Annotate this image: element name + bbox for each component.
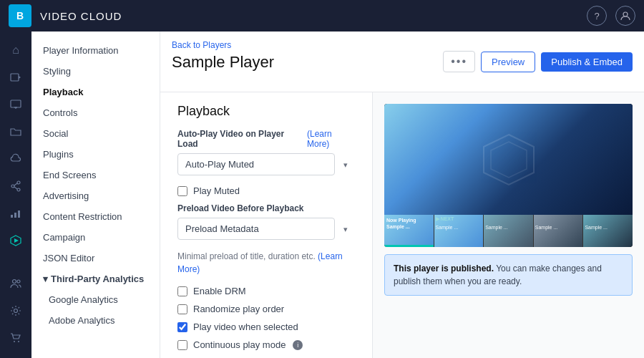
nav-player-information[interactable]: Player Information <box>31 40 160 61</box>
section-title: Playback <box>177 104 355 119</box>
icon-sidebar: ⌂ <box>0 32 31 358</box>
back-link[interactable]: Back to Players <box>172 40 437 50</box>
thumb-1[interactable]: ▶ NEXT Sample ... <box>434 215 484 247</box>
svg-rect-3 <box>11 100 21 107</box>
video-overlay-shape <box>480 131 537 188</box>
svg-point-17 <box>17 280 20 283</box>
analytics-section-label: Third-Party Analytics <box>51 274 144 284</box>
play-when-selected-row: Play video when selected <box>177 321 355 332</box>
enable-drm-row: Enable DRM <box>177 286 355 296</box>
topnav: B VIDEO CLOUD ? <box>0 0 644 32</box>
nav-google-analytics[interactable]: Google Analytics <box>31 289 160 310</box>
thumb-3[interactable]: Sample ... <box>534 215 584 247</box>
thumb-2[interactable]: Sample ... <box>484 215 534 247</box>
preload-info: Minimal preload of title, duration etc. … <box>177 250 355 276</box>
svg-point-6 <box>17 181 20 184</box>
sidebar-icon-folder[interactable] <box>3 119 29 145</box>
nav-json-editor[interactable]: JSON Editor <box>31 248 160 268</box>
sidebar-icon-player[interactable] <box>3 228 29 253</box>
thumb-now-playing[interactable]: Now PlayingSample ... <box>384 215 434 247</box>
more-button[interactable]: ••• <box>443 51 475 72</box>
preload-select-arrow: ▾ <box>343 224 348 233</box>
play-muted-row: Play Muted <box>177 185 355 196</box>
video-thumbnail-bar: Now PlayingSample ... ▶ NEXT Sample ... … <box>384 215 633 247</box>
publish-button[interactable]: Publish & Embed <box>541 52 633 72</box>
sidebar-icon-home[interactable]: ⌂ <box>3 37 29 63</box>
nav-third-party-analytics[interactable]: ▾ Third-Party Analytics <box>31 268 160 289</box>
analytics-chevron: ▾ <box>43 274 48 284</box>
svg-marker-2 <box>19 76 21 79</box>
sidebar-icon-share[interactable] <box>3 173 29 199</box>
preload-select-wrapper: Preload Metadata Preload Auto Preload No… <box>177 218 355 240</box>
nav-end-screens[interactable]: End Screens <box>31 165 160 185</box>
svg-point-19 <box>14 341 15 342</box>
svg-rect-13 <box>18 211 20 218</box>
video-preview: Now PlayingSample ... ▶ NEXT Sample ... … <box>384 104 633 247</box>
content-area: Playback Auto-Play Video on Player Load … <box>160 92 372 358</box>
user-button[interactable] <box>615 6 635 26</box>
enable-drm-label: Enable DRM <box>193 286 246 296</box>
svg-line-10 <box>14 187 17 189</box>
header-actions: Back to Players Sample Player ••• Previe… <box>160 32 644 92</box>
nav-adobe-analytics[interactable]: Adobe Analytics <box>31 310 160 331</box>
app-title: VIDEO CLOUD <box>40 10 587 22</box>
topnav-icons: ? <box>587 6 635 26</box>
enable-drm-checkbox[interactable] <box>177 286 187 296</box>
main-layout: ⌂ Player In <box>0 32 644 358</box>
continuous-play-row: Continuous play mode i <box>177 339 355 350</box>
svg-rect-11 <box>11 215 13 218</box>
autoplay-select-arrow: ▾ <box>343 160 348 169</box>
svg-marker-15 <box>14 238 19 243</box>
preload-label: Preload Video Before Playback <box>177 203 355 213</box>
right-panel: Now PlayingSample ... ▶ NEXT Sample ... … <box>372 92 644 358</box>
sidebar-icon-analytics[interactable] <box>3 200 29 226</box>
sidebar-icon-settings[interactable] <box>3 298 29 324</box>
sidebar-icon-monitor[interactable] <box>3 92 29 117</box>
content-inner: Playback Auto-Play Video on Player Load … <box>160 92 372 358</box>
nav-campaign[interactable]: Campaign <box>31 227 160 248</box>
logo: B <box>9 4 31 27</box>
nav-advertising[interactable]: Advertising <box>31 185 160 206</box>
nav-playback[interactable]: Playback <box>31 82 160 102</box>
thumb-4[interactable]: Sample ... <box>583 215 633 247</box>
svg-point-0 <box>623 12 628 16</box>
play-muted-checkbox[interactable] <box>177 186 187 196</box>
nav-plugins[interactable]: Plugins <box>31 144 160 165</box>
continuous-play-checkbox[interactable] <box>177 340 187 350</box>
autoplay-select[interactable]: Auto-Play Muted Auto-Play Do Not Auto-Pl… <box>177 153 335 175</box>
autoplay-learn-more[interactable]: (Learn More) <box>307 129 355 149</box>
published-banner: This player is published. You can make c… <box>384 254 633 296</box>
nav-controls[interactable]: Controls <box>31 102 160 123</box>
preview-button[interactable]: Preview <box>481 52 535 72</box>
svg-point-20 <box>18 341 19 342</box>
play-when-selected-checkbox[interactable] <box>177 322 187 332</box>
preload-select[interactable]: Preload Metadata Preload Auto Preload No… <box>177 218 335 240</box>
randomize-label: Randomize play order <box>193 304 284 314</box>
video-main <box>384 104 633 215</box>
play-when-selected-label: Play video when selected <box>193 321 298 332</box>
randomize-checkbox[interactable] <box>177 304 187 314</box>
nav-social[interactable]: Social <box>31 123 160 144</box>
svg-line-9 <box>14 183 17 185</box>
help-button[interactable]: ? <box>587 6 607 26</box>
sidebar-icon-users[interactable] <box>3 271 29 296</box>
sidebar-icon-cloud[interactable] <box>3 146 29 172</box>
sidebar-icon-shop[interactable] <box>3 325 29 351</box>
svg-point-16 <box>13 280 16 284</box>
nav-styling[interactable]: Styling <box>31 61 160 82</box>
nav-content-restriction[interactable]: Content Restriction <box>31 206 160 227</box>
svg-point-7 <box>11 185 14 188</box>
header-left: Back to Players Sample Player <box>172 40 437 83</box>
autoplay-select-wrapper: Auto-Play Muted Auto-Play Do Not Auto-Pl… <box>177 153 355 175</box>
svg-marker-22 <box>491 142 527 178</box>
continuous-play-info-icon[interactable]: i <box>293 340 303 350</box>
randomize-row: Randomize play order <box>177 304 355 314</box>
sidebar-icon-video[interactable] <box>3 64 29 90</box>
continuous-play-label: Continuous play mode <box>193 339 286 350</box>
svg-point-18 <box>14 309 18 313</box>
svg-rect-12 <box>14 213 16 218</box>
svg-point-8 <box>17 188 20 191</box>
svg-rect-1 <box>11 74 19 81</box>
page-title: Sample Player <box>172 53 437 72</box>
left-nav: Player Information Styling Playback Cont… <box>31 32 160 358</box>
